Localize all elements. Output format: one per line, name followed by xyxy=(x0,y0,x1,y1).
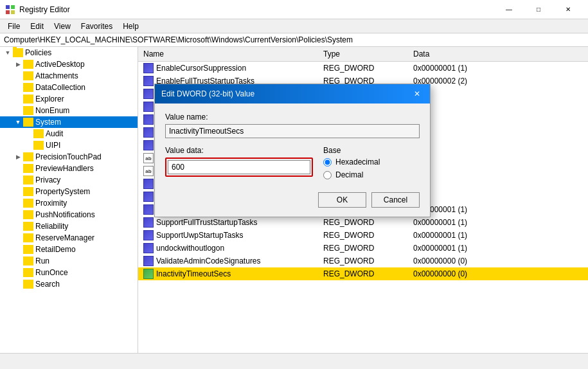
dialog-close-button[interactable]: ✕ xyxy=(411,87,423,100)
radio-hexadecimal[interactable]: Hexadecimal xyxy=(323,158,420,166)
value-data-input[interactable] xyxy=(168,160,310,174)
dialog-buttons: OK Cancel xyxy=(165,192,420,208)
cancel-button[interactable]: Cancel xyxy=(371,192,420,208)
radio-dec-input[interactable] xyxy=(323,171,332,179)
radio-hex-input[interactable] xyxy=(323,158,332,166)
edit-dword-dialog: Edit DWORD (32-bit) Value ✕ Value name: … xyxy=(154,84,431,217)
radio-dec-label: Decimal xyxy=(335,170,363,179)
value-name-input[interactable] xyxy=(165,124,420,138)
dialog-title-bar: Edit DWORD (32-bit) Value ✕ xyxy=(155,84,430,104)
dialog-row: Value data: Base Hexadecimal xyxy=(165,146,420,183)
dialog-overlay: Edit DWORD (32-bit) Value ✕ Value name: … xyxy=(0,0,588,367)
value-data-wrapper xyxy=(165,158,313,177)
base-group: Hexadecimal Decimal xyxy=(323,158,420,179)
ok-button[interactable]: OK xyxy=(318,192,366,208)
dialog-title: Edit DWORD (32-bit) Value xyxy=(161,89,411,98)
radio-decimal[interactable]: Decimal xyxy=(323,170,420,179)
radio-hex-label: Hexadecimal xyxy=(335,158,380,166)
base-section: Base Hexadecimal Decimal xyxy=(323,146,420,183)
dialog-body: Value name: Value data: Base Hexadecimal xyxy=(155,104,430,217)
value-data-section: Value data: xyxy=(165,146,313,183)
value-data-label: Value data: xyxy=(165,146,313,155)
base-label: Base xyxy=(323,146,420,155)
value-name-label: Value name: xyxy=(165,113,420,122)
